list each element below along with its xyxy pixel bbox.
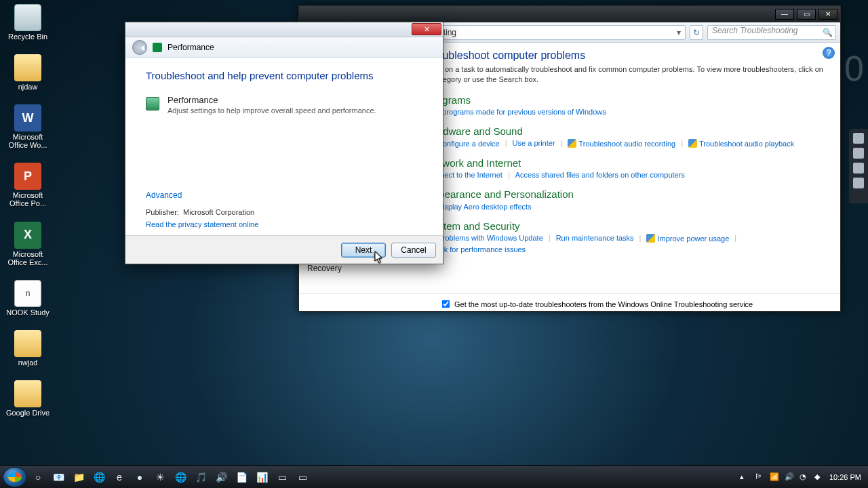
app-icon	[14, 330, 41, 357]
taskbar-item[interactable]: 📊	[252, 468, 271, 486]
close-button[interactable]: ✕	[412, 23, 441, 35]
taskbar-item[interactable]: 🌐	[171, 468, 190, 486]
gadget-button[interactable]	[853, 133, 864, 144]
troubleshooter-link[interactable]: Fix problems with Windows Update	[427, 234, 543, 242]
taskbar-item[interactable]: 🔊	[212, 468, 231, 486]
system-tray[interactable]: ▴ 🏳 📶 🔊 ◔ ◆ 10:26 PM	[740, 472, 865, 482]
troubleshooter-link[interactable]: Troubleshoot audio recording	[568, 139, 675, 148]
performance-monitor-icon	[146, 97, 159, 110]
troubleshooter-link[interactable]: Run maintenance tasks	[556, 234, 634, 242]
tray-flag-icon[interactable]: 🏳	[755, 472, 764, 482]
taskbar-item[interactable]: 📄	[232, 468, 251, 486]
gadget-button[interactable]	[853, 163, 864, 174]
taskbar: ○📧📁🌐e●☀🌐🎵🔊📄📊▭▭ ▴ 🏳 📶 🔊 ◔ ◆ 10:26 PM	[0, 465, 868, 488]
category: Appearance and PersonalizationDisplay Ae…	[427, 188, 828, 211]
taskbar-item[interactable]: 📧	[49, 468, 68, 486]
close-button[interactable]: ✕	[818, 9, 837, 20]
tray-misc-icon[interactable]: ◔	[800, 472, 809, 482]
troubleshooter-item: Performance Adjust settings to help impr…	[146, 95, 422, 115]
taskbar-item[interactable]: ▭	[273, 468, 292, 486]
dialog-button-bar: Next Cancel	[125, 235, 443, 264]
taskbar-item[interactable]: 🌐	[90, 468, 108, 486]
icon-label: nwjad	[18, 359, 38, 367]
icon-label: Recycle Bin	[8, 33, 47, 41]
taskbar-item[interactable]: ▭	[293, 468, 312, 486]
page-title: Troubleshoot computer problems	[427, 49, 828, 62]
publisher-line: Publisher: Microsoft Corporation	[146, 208, 254, 216]
refresh-button[interactable]: ↻	[690, 25, 703, 40]
tray-misc-icon[interactable]: ◆	[814, 472, 824, 482]
performance-icon	[153, 43, 162, 52]
desktop-icon[interactable]: Recycle Bin	[3, 4, 53, 41]
dialog-heading: Troubleshoot and help prevent computer p…	[146, 70, 422, 81]
shield-icon	[688, 139, 697, 148]
icon-label: Microsoft Office Po...	[3, 191, 53, 207]
category-heading[interactable]: Programs	[427, 94, 828, 106]
dropdown-toggle[interactable]: ▾	[677, 28, 681, 37]
cancel-button[interactable]: Cancel	[391, 243, 436, 258]
tray-network-icon[interactable]: 📶	[770, 472, 779, 482]
taskbar-item[interactable]: ○	[28, 468, 47, 486]
taskbar-item[interactable]: ☀	[151, 468, 170, 486]
separator: |	[561, 139, 563, 147]
separator: |	[549, 234, 551, 242]
back-button[interactable]	[132, 40, 147, 55]
window-titlebar[interactable]: — ▭ ✕	[299, 6, 840, 22]
icon-label: Microsoft Office Wo...	[3, 133, 53, 149]
advanced-link[interactable]: Advanced	[146, 190, 182, 200]
desktop-icon[interactable]: njdaw	[3, 54, 53, 91]
page-intro: Click on a task to automatically trouble…	[427, 64, 828, 85]
troubleshooter-link[interactable]: Improve power usage	[646, 234, 729, 243]
desktop-icon[interactable]: W Microsoft Office Wo...	[3, 104, 53, 149]
separator: |	[639, 234, 642, 242]
gadget-button[interactable]	[853, 148, 864, 159]
desktop-icon[interactable]: n NOOK Study	[3, 280, 53, 317]
dialog-titlebar[interactable]: ✕	[125, 22, 443, 37]
shield-icon	[568, 139, 576, 148]
see-also-item[interactable]: Recovery	[307, 264, 406, 273]
tray-clock[interactable]: 10:26 PM	[829, 473, 861, 481]
category: ProgramsRun programs made for previous v…	[427, 94, 828, 116]
separator: |	[734, 234, 736, 242]
performance-wizard-dialog: ✕ Performance Troubleshoot and help prev…	[125, 22, 443, 264]
app-icon: P	[14, 163, 41, 190]
gadget-button[interactable]	[853, 178, 864, 188]
category-heading[interactable]: System and Security	[427, 220, 828, 232]
app-icon	[14, 54, 41, 81]
online-troubleshooters-checkbox[interactable]	[442, 300, 450, 308]
troubleshooter-link[interactable]: Troubleshoot audio playback	[688, 139, 794, 148]
tray-volume-icon[interactable]: 🔊	[785, 472, 794, 482]
sidebar-gadget	[849, 129, 868, 203]
search-input[interactable]: Search Troubleshooting 🔍	[707, 25, 836, 40]
privacy-link[interactable]: Read the privacy statement online	[146, 220, 258, 228]
maximize-button[interactable]: ▭	[797, 9, 816, 20]
category-heading[interactable]: Hardware and Sound	[427, 125, 828, 137]
app-icon: X	[14, 222, 41, 249]
item-title: Performance	[167, 95, 376, 105]
troubleshooter-link[interactable]: Run programs made for previous versions …	[427, 108, 606, 116]
troubleshooter-link[interactable]: Use a printer	[513, 139, 555, 147]
taskbar-item[interactable]: ●	[130, 468, 149, 486]
desktop-icon[interactable]: X Microsoft Office Exc...	[3, 222, 53, 266]
start-button[interactable]	[3, 467, 27, 487]
taskbar-item[interactable]: 🎵	[191, 468, 210, 486]
taskbar-item[interactable]: 📁	[69, 468, 88, 486]
taskbar-item[interactable]: e	[110, 468, 129, 486]
tray-up-icon[interactable]: ▴	[740, 472, 749, 482]
icon-label: Microsoft Office Exc...	[3, 250, 53, 266]
desktop-icon[interactable]: Google Drive	[3, 380, 53, 417]
desktop-icon[interactable]: nwjad	[3, 330, 53, 367]
app-icon: W	[14, 104, 41, 131]
category-heading[interactable]: Appearance and Personalization	[427, 188, 828, 200]
icon-label: NOOK Study	[6, 308, 50, 317]
desktop-icon[interactable]: P Microsoft Office Po...	[3, 163, 53, 207]
category-heading[interactable]: Network and Internet	[427, 157, 828, 169]
minimize-button[interactable]: —	[775, 9, 794, 20]
app-icon: n	[14, 280, 41, 307]
app-icon	[14, 4, 41, 31]
next-button[interactable]: Next	[341, 243, 386, 258]
app-icon	[14, 380, 41, 407]
category: Hardware and SoundConfigure a device|Use…	[427, 125, 828, 148]
main-content: Troubleshoot computer problems Click on …	[414, 43, 840, 293]
troubleshooter-link[interactable]: Access shared files and folders on other…	[515, 171, 685, 179]
